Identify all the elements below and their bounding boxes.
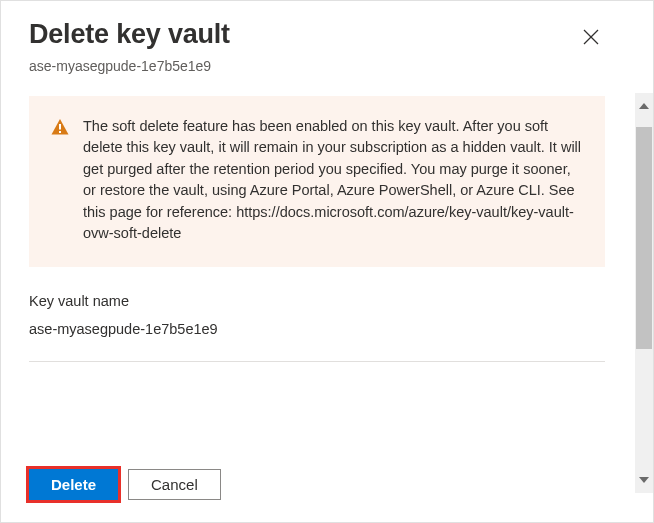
scrollbar-down-arrow[interactable] bbox=[636, 471, 652, 489]
cancel-button[interactable]: Cancel bbox=[128, 469, 221, 500]
svg-rect-2 bbox=[59, 124, 61, 130]
svg-rect-3 bbox=[59, 131, 61, 133]
scrollbar-thumb[interactable] bbox=[636, 127, 652, 349]
scrollbar-up-arrow[interactable] bbox=[636, 97, 652, 115]
delete-key-vault-panel: Delete key vault ase-myasegpude-1e7b5e1e… bbox=[1, 1, 629, 522]
panel-header: Delete key vault bbox=[29, 19, 605, 54]
warning-message: The soft delete feature has been enabled… bbox=[83, 116, 583, 245]
close-button[interactable] bbox=[577, 23, 605, 54]
scrollbar[interactable] bbox=[635, 93, 653, 493]
warning-box: The soft delete feature has been enabled… bbox=[29, 96, 605, 267]
warning-icon bbox=[51, 118, 69, 245]
key-vault-name-value: ase-myasegpude-1e7b5e1e9 bbox=[29, 321, 605, 337]
delete-button[interactable]: Delete bbox=[29, 469, 118, 500]
key-vault-name-label: Key vault name bbox=[29, 293, 605, 309]
button-row: Delete Cancel bbox=[29, 469, 605, 502]
divider bbox=[29, 361, 605, 362]
panel-subtitle: ase-myasegpude-1e7b5e1e9 bbox=[29, 58, 605, 74]
panel-title: Delete key vault bbox=[29, 19, 230, 50]
close-icon bbox=[583, 33, 599, 48]
